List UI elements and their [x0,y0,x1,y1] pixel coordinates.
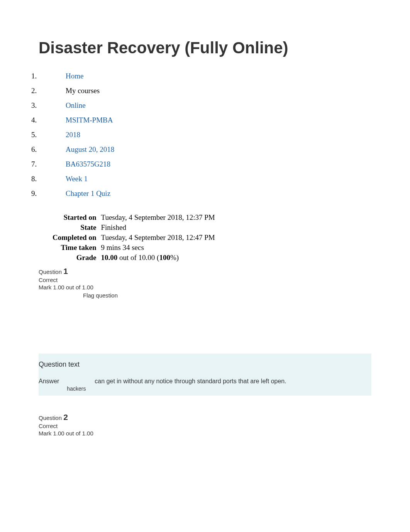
summary-row-completed: Completed on Tuesday, 4 September 2018, … [50,233,217,243]
summary-label: Completed on [50,233,98,243]
question-header: Question 1 Correct Mark 1.00 out of 1.00… [39,267,371,299]
question-text-title: Question text [39,360,371,369]
summary-value-grade: 10.00 out of 10.00 (100%) [98,253,217,263]
question-mark: Mark 1.00 out of 1.00 [39,284,371,291]
breadcrumb-item: BA63575G218 [39,157,371,172]
question-status: Correct [39,277,371,283]
breadcrumb-link-course[interactable]: BA63575G218 [66,160,110,168]
breadcrumb-item: MSITM-PMBA [39,113,371,127]
breadcrumb-item: Home [39,69,371,83]
answer-rest-text: can get in without any notice through st… [95,378,286,385]
breadcrumb-text-mycourses: My courses [66,87,100,95]
flag-question-link[interactable]: Flag question [83,292,371,299]
breadcrumb-link-week[interactable]: Week 1 [66,175,88,183]
breadcrumb-item: 2018 [39,127,371,142]
breadcrumb-link-home[interactable]: Home [66,72,83,80]
breadcrumb-item: Week 1 [39,172,371,186]
summary-row-state: State Finished [50,223,217,233]
summary-row-started: Started on Tuesday, 4 September 2018, 12… [50,212,217,223]
breadcrumb-item: Chapter 1 Quiz [39,186,371,201]
breadcrumb-item: Online [39,98,371,113]
summary-label: Time taken [50,243,98,253]
question-2: Question 2 Correct Mark 1.00 out of 1.00 [39,410,371,440]
summary-row-timetaken: Time taken 9 mins 34 secs [50,243,217,253]
summary-value: 9 mins 34 secs [98,243,217,253]
breadcrumb: Home My courses Online MSITM-PMBA 2018 A… [31,69,371,201]
breadcrumb-link-quiz[interactable]: Chapter 1 Quiz [66,189,110,197]
question-text-section: Question text Answer hackers can get in … [39,354,371,396]
question-number: Question 2 [39,415,68,421]
breadcrumb-item: August 20, 2018 [39,142,371,157]
answer-label: Answer [39,378,59,385]
question-header: Question 2 Correct Mark 1.00 out of 1.00 [39,413,371,437]
breadcrumb-link-year[interactable]: 2018 [66,131,80,139]
question-1: Question 1 Correct Mark 1.00 out of 1.00… [39,267,371,399]
question-mark: Mark 1.00 out of 1.00 [39,430,371,437]
question-prefix: Question [39,269,63,275]
grade-score: 10.00 [101,253,117,262]
answer-value: hackers [67,386,86,392]
summary-value: Finished [98,223,217,233]
breadcrumb-link-online[interactable]: Online [66,101,86,109]
breadcrumb-link-date[interactable]: August 20, 2018 [66,145,114,153]
summary-label: Started on [50,212,98,223]
summary-label: Grade [50,253,98,263]
question-prefix: Question [39,415,63,421]
grade-mid: out of 10.00 ( [117,253,159,262]
breadcrumb-item: My courses [39,83,371,98]
summary-row-grade: Grade 10.00 out of 10.00 (100%) [50,253,217,263]
summary-value: Tuesday, 4 September 2018, 12:47 PM [98,233,217,243]
spacer [39,399,371,410]
breadcrumb-link-program[interactable]: MSITM-PMBA [66,116,113,124]
summary-label: State [50,223,98,233]
question-number-value: 1 [63,267,68,275]
summary-value: Tuesday, 4 September 2018, 12:37 PM [98,212,217,223]
answer-row: Answer hackers can get in without any no… [39,378,371,385]
quiz-summary-table: Started on Tuesday, 4 September 2018, 12… [50,212,217,263]
question-number: Question 1 [39,269,68,275]
grade-percent: 100 [159,253,170,262]
question-number-value: 2 [63,413,68,422]
page-title: Disaster Recovery (Fully Online) [39,39,371,57]
spacer [39,299,371,349]
grade-suffix: %) [170,253,179,262]
question-status: Correct [39,423,371,429]
